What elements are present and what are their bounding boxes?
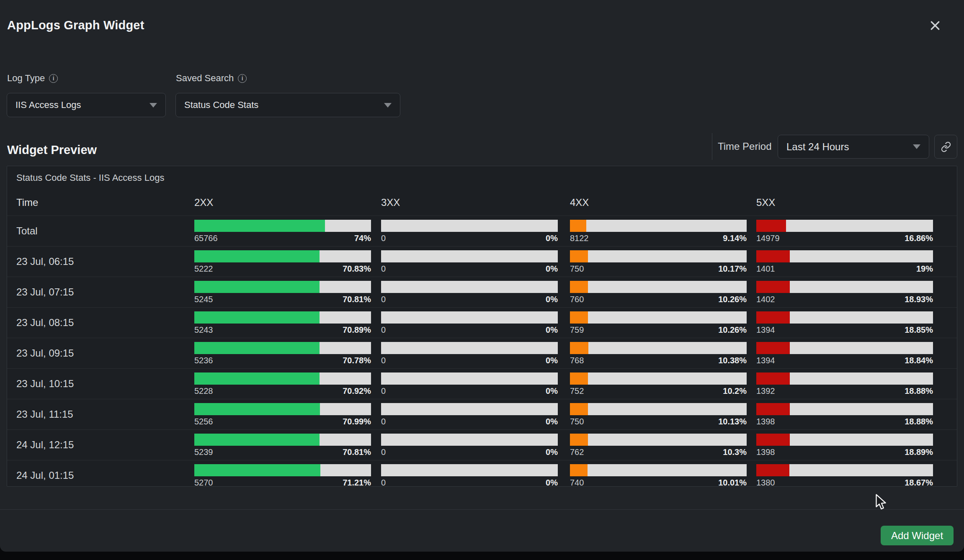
time-cell: 23 Jul, 11:15 — [7, 399, 194, 429]
widget-preview-heading: Widget Preview — [7, 143, 97, 157]
bar-cell: 0 0% — [381, 216, 570, 246]
log-type-label: Log Type i — [7, 73, 58, 84]
bar-cell: 5239 70.81% — [194, 430, 381, 460]
cell-value: 750 — [570, 264, 584, 274]
bar-fill — [756, 434, 790, 446]
cell-percent: 0% — [546, 264, 558, 274]
bar-cell: 5270 71.21% — [194, 460, 381, 487]
bar-fill — [194, 464, 320, 476]
cell-value: 5236 — [194, 356, 213, 365]
bar-cell: 5228 70.92% — [194, 369, 381, 399]
table-title: Status Code Stats - IIS Access Logs — [7, 166, 957, 190]
bar-cell: 0 0% — [381, 430, 570, 460]
cell-percent: 18.84% — [905, 356, 933, 365]
cell-percent: 10.2% — [723, 386, 747, 396]
cell-value: 0 — [381, 447, 386, 457]
bar-fill — [570, 464, 588, 476]
table-row: 24 Jul, 01:15 5270 71.21% 0 0% 740 10.01… — [7, 460, 957, 487]
info-icon[interactable]: i — [238, 74, 247, 83]
bar-cell: 1398 18.89% — [756, 430, 941, 460]
bar-track — [756, 403, 933, 415]
bar-cell: 752 10.2% — [570, 369, 756, 399]
cell-value: 0 — [381, 234, 386, 243]
bar-track — [756, 281, 933, 293]
saved-search-select[interactable]: Status Code Stats — [175, 93, 400, 117]
info-icon[interactable]: i — [49, 74, 58, 83]
cell-value: 740 — [570, 478, 584, 487]
log-type-select[interactable]: IIS Access Logs — [7, 93, 166, 117]
bar-track — [381, 403, 558, 415]
bar-fill — [194, 311, 320, 324]
time-period-label: Time Period — [718, 133, 771, 160]
copy-link-button[interactable] — [934, 135, 957, 159]
bar-track — [381, 281, 558, 293]
bar-cell: 8122 9.14% — [570, 216, 756, 246]
cell-percent: 74% — [354, 234, 371, 243]
column-header-5xx: 5XX — [756, 197, 941, 208]
cell-percent: 0% — [546, 295, 558, 304]
table-row: 23 Jul, 08:15 5243 70.89% 0 0% 759 10.26… — [7, 307, 957, 338]
cell-percent: 0% — [546, 478, 558, 487]
cell-percent: 16.86% — [905, 234, 933, 243]
cell-percent: 71.21% — [343, 478, 371, 487]
cell-value: 5228 — [194, 386, 213, 396]
bar-fill — [756, 220, 786, 232]
bar-track — [570, 220, 747, 232]
cell-percent: 70.81% — [343, 447, 371, 457]
cell-percent: 10.13% — [718, 417, 747, 426]
bar-cell: 65766 74% — [194, 216, 381, 246]
cell-value: 8122 — [570, 234, 589, 243]
bar-fill — [756, 281, 790, 293]
bar-fill — [194, 434, 320, 446]
cell-value: 1402 — [756, 295, 775, 304]
time-cell: 24 Jul, 12:15 — [7, 430, 194, 460]
table-row: 23 Jul, 07:15 5245 70.81% 0 0% 760 10.26… — [7, 277, 957, 307]
bar-fill — [194, 403, 320, 415]
cell-percent: 18.93% — [905, 295, 933, 304]
bar-track — [381, 464, 558, 476]
dialog-title: AppLogs Graph Widget — [7, 18, 144, 32]
cell-percent: 70.92% — [343, 386, 371, 396]
cell-value: 5245 — [194, 295, 213, 304]
cell-percent: 70.99% — [343, 417, 371, 426]
cell-percent: 18.85% — [905, 325, 933, 335]
time-cell: 23 Jul, 07:15 — [7, 277, 194, 307]
bar-cell: 1401 19% — [756, 247, 941, 277]
bar-track — [381, 220, 558, 232]
divider — [0, 509, 964, 510]
bar-cell: 0 0% — [381, 338, 570, 368]
bar-fill — [756, 311, 790, 324]
cell-value: 750 — [570, 417, 584, 426]
cell-percent: 10.26% — [718, 325, 747, 335]
time-period-value: Last 24 Hours — [786, 141, 849, 153]
add-widget-button[interactable]: Add Widget — [881, 526, 954, 545]
cell-percent: 10.38% — [718, 356, 747, 365]
cell-value: 65766 — [194, 234, 218, 243]
cell-value: 768 — [570, 356, 584, 365]
time-cell: 24 Jul, 01:15 — [7, 460, 194, 487]
bar-track — [756, 372, 933, 385]
cell-percent: 0% — [546, 386, 558, 396]
time-cell: 23 Jul, 08:15 — [7, 308, 194, 338]
close-button[interactable] — [925, 16, 945, 35]
bar-fill — [756, 403, 790, 415]
cell-percent: 0% — [546, 356, 558, 365]
bar-fill — [756, 464, 789, 476]
bar-track — [570, 311, 747, 324]
time-period-select[interactable]: Last 24 Hours — [778, 135, 929, 159]
bar-cell: 768 10.38% — [570, 338, 756, 368]
cell-percent: 0% — [546, 325, 558, 335]
bar-cell: 0 0% — [381, 369, 570, 399]
chevron-down-icon — [913, 144, 920, 149]
bar-fill — [194, 250, 320, 262]
cell-percent: 0% — [546, 447, 558, 457]
cell-value: 5239 — [194, 447, 213, 457]
bar-track — [756, 342, 933, 354]
bar-fill — [570, 434, 588, 446]
cell-percent: 10.26% — [718, 295, 747, 304]
cell-value: 1398 — [756, 447, 775, 457]
bar-track — [570, 281, 747, 293]
cell-value: 0 — [381, 356, 386, 365]
bar-cell: 759 10.26% — [570, 308, 756, 338]
bar-cell: 750 10.17% — [570, 247, 756, 277]
